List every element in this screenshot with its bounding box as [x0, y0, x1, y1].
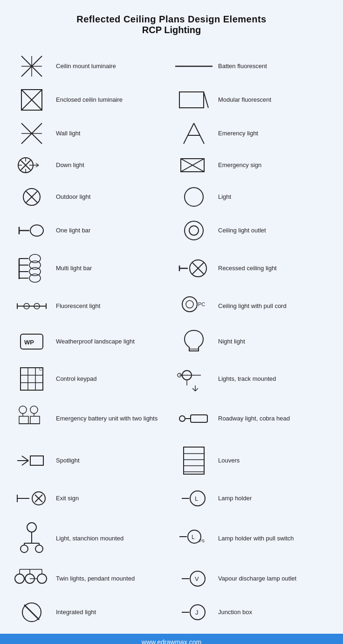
wall-light-label: Wall light — [56, 129, 80, 138]
roadway-light-label: Roadway light, cobra head — [218, 414, 290, 423]
lights-track-mounted-icon — [175, 365, 213, 393]
list-item: PC Ceiling light with pull cord — [172, 289, 334, 323]
spotlight-icon — [13, 450, 50, 471]
enclosed-ceiling-luminaire-label: Enclosed ceilin luminaire — [56, 96, 123, 104]
svg-text:L: L — [195, 495, 198, 502]
vapour-discharge-label: Vapour discharge lamp outlet — [218, 574, 296, 583]
ceiling-light-pull-cord-icon: PC — [175, 294, 213, 318]
recessed-ceiling-light-icon — [175, 258, 213, 279]
roadway-light-icon — [175, 408, 213, 429]
list-item: V Vapour discharge lamp outlet — [172, 562, 334, 595]
junction-box-icon: J — [175, 600, 213, 624]
lights-track-mounted-label: Lights, track mounted — [218, 375, 276, 383]
modular-fluorescent-label: Modular fluorescent — [218, 96, 271, 104]
lamp-holder-pull-switch-icon: L PS — [175, 525, 213, 553]
down-light-label: Down light — [56, 161, 84, 169]
emergency-battery-icon — [13, 402, 50, 435]
svg-line-78 — [195, 388, 198, 391]
svg-line-91 — [22, 456, 28, 461]
svg-line-13 — [184, 123, 194, 144]
svg-rect-8 — [179, 92, 204, 108]
emergency-battery-label: Emergency battery unit with two lights — [56, 414, 158, 423]
ceiling-mount-luminaire-label: Ceilin mount luminaire — [56, 62, 116, 70]
recessed-ceiling-light-label: Recessed ceiling light — [218, 264, 277, 273]
one-light-bar-icon — [13, 220, 50, 241]
svg-point-46 — [29, 254, 41, 263]
multi-light-bar-icon — [13, 252, 50, 285]
svg-text:V: V — [195, 575, 199, 582]
list-item: Spotlight — [9, 440, 172, 482]
svg-text:J: J — [195, 609, 199, 616]
exit-sign-label: Exit sign — [56, 494, 79, 503]
junction-box-label: Junction box — [218, 608, 252, 616]
svg-point-49 — [29, 274, 41, 282]
svg-point-60 — [182, 297, 197, 312]
svg-point-38 — [30, 225, 43, 236]
emergency-light-label: Emerency light — [218, 129, 258, 138]
list-item: Exit sign — [9, 482, 172, 515]
weatherproof-light-icon: WP — [13, 329, 50, 354]
svg-line-92 — [22, 461, 28, 465]
list-item: Enclosed ceilin luminaire — [9, 83, 172, 117]
list-item: J Junction box — [172, 595, 334, 629]
control-keypad-label: Control keypad — [56, 375, 96, 383]
svg-point-111 — [35, 545, 43, 553]
light-stanchion-label: Light, stanchion mounted — [56, 534, 123, 543]
batten-fluorescent-label: Batten fluorescent — [218, 62, 267, 70]
louvers-icon — [175, 444, 213, 477]
light-label: Light — [218, 193, 231, 201]
svg-point-121 — [37, 574, 47, 583]
one-light-bar-label: One light bar — [56, 226, 90, 235]
svg-text:C: C — [39, 367, 42, 371]
symbols-grid: Ceilin mount luminaire Batten fluorescen… — [9, 49, 334, 629]
svg-point-39 — [185, 221, 203, 240]
list-item: Night light — [172, 323, 334, 360]
footer-url: www.edrawmax.com — [142, 638, 201, 644]
lamp-holder-icon: L — [175, 486, 213, 511]
emergency-sign-label: Emergency sign — [218, 161, 261, 169]
fluorescent-light-icon — [13, 297, 50, 315]
title-line2: RCP Lighting — [9, 25, 334, 35]
list-item: C Control keypad — [9, 360, 172, 398]
exit-sign-icon — [13, 488, 50, 509]
svg-point-80 — [19, 406, 27, 413]
svg-text:WP: WP — [24, 339, 34, 346]
multi-light-bar-label: Multi light bar — [56, 264, 92, 273]
down-light-icon — [13, 155, 50, 175]
title-line1: Reflected Ceiling Plans Design Elements — [9, 14, 334, 25]
svg-point-40 — [189, 226, 199, 235]
fluorescent-light-label: Fluorescent light — [56, 302, 100, 310]
svg-point-48 — [29, 267, 41, 276]
twin-lights-label: Twin lights, pendant mounted — [56, 574, 135, 583]
svg-point-47 — [29, 261, 41, 269]
ceiling-light-outlet-label: Ceiling light outlet — [218, 226, 266, 235]
outdoor-light-icon — [13, 185, 50, 209]
list-item: Wall light — [9, 117, 172, 150]
list-item: WP Weatherproof landscape light — [9, 323, 172, 360]
svg-rect-83 — [30, 416, 40, 424]
page: Reflected Ceiling Plans Design Elements … — [0, 0, 343, 634]
enclosed-ceiling-luminaire-icon — [13, 88, 50, 112]
svg-text:L: L — [192, 534, 195, 540]
list-item: Multi light bar — [9, 247, 172, 289]
list-item: Light, stanchion mounted — [9, 515, 172, 562]
list-item: Integrated light — [9, 595, 172, 629]
list-item: Fluorescent light — [9, 289, 172, 323]
list-item: Emergency sign — [172, 150, 334, 180]
list-item: Batten fluorescent — [172, 49, 334, 83]
list-item: Emergency battery unit with two lights — [9, 398, 172, 440]
integrated-light-icon — [13, 600, 50, 624]
lamp-holder-label: Lamp holder — [218, 494, 252, 503]
svg-point-35 — [185, 188, 203, 206]
list-item: Recessed ceiling light — [172, 247, 334, 289]
list-item: Ceilin mount luminaire — [9, 49, 172, 83]
svg-line-77 — [192, 388, 195, 391]
list-item: Down light — [9, 150, 172, 180]
svg-rect-94 — [184, 447, 204, 474]
list-item: Lights, track mounted — [172, 360, 334, 398]
svg-text:PS: PS — [199, 539, 205, 543]
batten-fluorescent-icon — [175, 59, 213, 73]
ceiling-light-outlet-icon — [175, 218, 213, 243]
list-item: L Lamp holder — [172, 482, 334, 515]
vapour-discharge-icon: V — [175, 567, 213, 591]
